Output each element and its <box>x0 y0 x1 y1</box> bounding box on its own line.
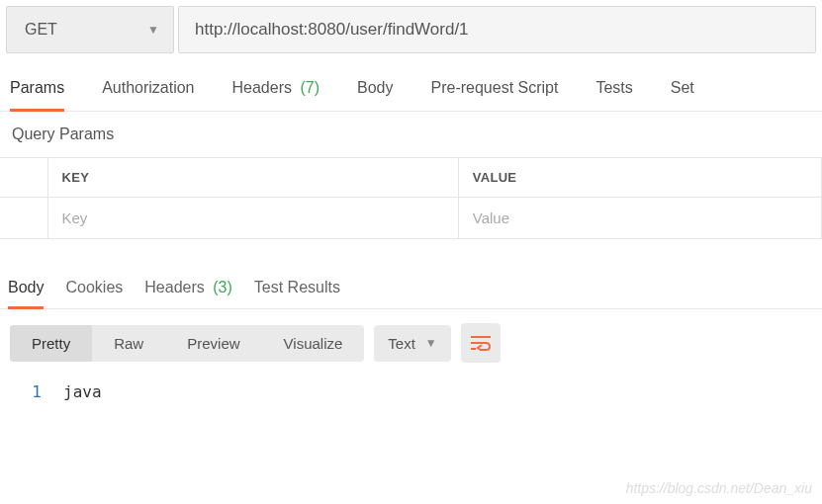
wrap-lines-button[interactable] <box>461 323 501 363</box>
params-checkbox-header <box>0 158 47 198</box>
request-url-input[interactable] <box>178 6 816 53</box>
watermark: https://blog.csdn.net/Dean_xiu <box>626 480 812 496</box>
wrap-icon <box>471 335 491 351</box>
view-raw-button[interactable]: Raw <box>92 325 165 362</box>
http-method-select[interactable]: GET ▼ <box>6 6 174 53</box>
line-number: 1 <box>10 382 42 401</box>
params-value-header: VALUE <box>458 158 821 198</box>
chevron-down-icon: ▼ <box>425 336 437 350</box>
view-pretty-button[interactable]: Pretty <box>10 325 92 362</box>
tab-body[interactable]: Body <box>357 79 393 112</box>
tab-prerequest-script[interactable]: Pre-request Script <box>430 79 558 112</box>
response-tab-cookies[interactable]: Cookies <box>65 279 123 309</box>
chevron-down-icon: ▼ <box>147 23 159 37</box>
row-checkbox-cell[interactable] <box>0 198 47 239</box>
query-params-title: Query Params <box>0 112 822 157</box>
param-key-input[interactable] <box>62 210 444 226</box>
params-key-header: KEY <box>47 158 458 198</box>
response-body: 1 java <box>0 377 822 407</box>
response-tab-body[interactable]: Body <box>8 279 44 309</box>
response-format-select[interactable]: Text ▼ <box>374 325 450 362</box>
tab-params[interactable]: Params <box>10 79 64 112</box>
response-line-content: java <box>63 382 102 401</box>
http-method-value: GET <box>25 21 57 39</box>
tab-authorization[interactable]: Authorization <box>102 79 194 112</box>
response-tabs: Body Cookies Headers (3) Test Results <box>0 239 822 309</box>
tab-headers[interactable]: Headers (7) <box>232 79 320 112</box>
table-row <box>0 198 822 239</box>
view-preview-button[interactable]: Preview <box>165 325 261 362</box>
query-params-table: KEY VALUE <box>0 157 822 239</box>
tab-tests[interactable]: Tests <box>595 79 632 112</box>
response-toolbar: Pretty Raw Preview Visualize Text ▼ <box>0 309 822 377</box>
response-tab-headers[interactable]: Headers (3) <box>144 279 232 309</box>
param-value-input[interactable] <box>473 210 807 226</box>
response-view-segmented: Pretty Raw Preview Visualize <box>10 325 364 362</box>
request-tabs: Params Authorization Headers (7) Body Pr… <box>0 53 822 112</box>
response-tab-test-results[interactable]: Test Results <box>254 279 340 309</box>
tab-settings[interactable]: Set <box>671 79 694 112</box>
view-visualize-button[interactable]: Visualize <box>262 325 365 362</box>
